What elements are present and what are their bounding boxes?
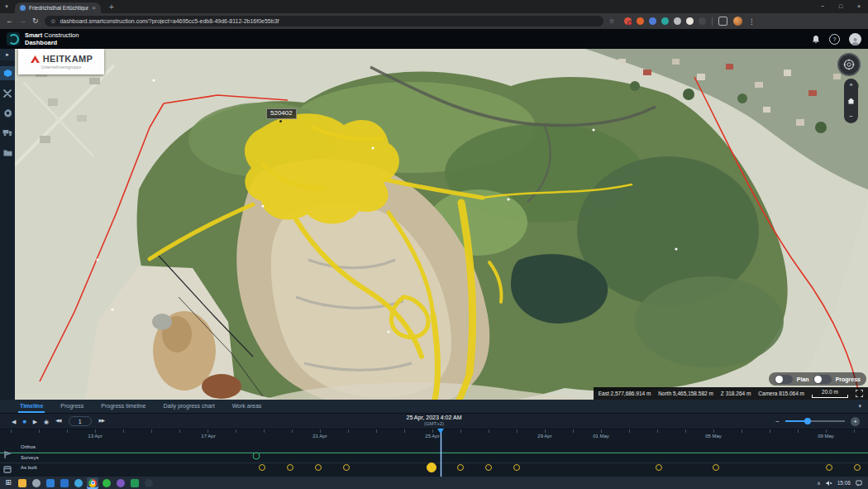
map-zoom-out-button[interactable]: −	[849, 113, 853, 120]
asbuilt-marker[interactable]	[713, 464, 719, 471]
record-button[interactable]: ◉	[44, 419, 49, 424]
asbuilt-marker[interactable]	[427, 463, 436, 472]
asbuilt-marker[interactable]	[485, 464, 492, 471]
stop-button[interactable]: ■	[22, 419, 26, 424]
tray-expand-icon[interactable]: ∧	[817, 480, 820, 486]
asbuilt-marker[interactable]	[259, 464, 265, 471]
notifications-bell-icon[interactable]	[812, 35, 820, 44]
timeline-tab[interactable]: Timeline	[18, 403, 45, 413]
start-button[interactable]: ⊞	[2, 477, 14, 489]
asbuilt-marker[interactable]	[315, 464, 322, 471]
close-button[interactable]: ×	[850, 0, 868, 12]
new-tab-button[interactable]: +	[109, 2, 114, 12]
frame-input[interactable]	[69, 416, 92, 426]
extension-icon-dark[interactable]	[699, 17, 706, 25]
timeline-tab[interactable]: Daily progress chart	[161, 403, 216, 413]
asbuilt-marker[interactable]	[826, 464, 832, 471]
timeline-tab[interactable]: Progress timeline	[99, 403, 147, 413]
timeline-zoom-slider[interactable]	[785, 420, 845, 422]
slider-thumb[interactable]	[804, 418, 811, 424]
app-icon-gray[interactable]	[31, 477, 42, 489]
maximize-button[interactable]: □	[832, 0, 850, 12]
timeline-tab[interactable]: Progress	[59, 403, 85, 413]
crossed-tools-icon	[3, 89, 12, 98]
app-title: Smart Construction Dashboard	[25, 31, 79, 46]
map-zoom-in-button[interactable]: +	[849, 82, 853, 89]
minimize-button[interactable]: −	[813, 0, 832, 12]
timeline-axis[interactable]: 13 Apr17 Apr21 Apr25 Apr29 Apr01 May05 M…	[0, 429, 868, 443]
rewind-button[interactable]: ◀◀	[55, 419, 60, 424]
tab-search-icon[interactable]: ▾	[0, 0, 13, 13]
survey-marker[interactable]	[252, 453, 260, 460]
asbuilt-marker[interactable]	[287, 464, 293, 471]
url-bar[interactable]: ⊙ dashboard.smartconstruction.com/?proje…	[45, 16, 603, 26]
play-button[interactable]: ▶	[33, 419, 37, 424]
tab-close-icon[interactable]: ×	[92, 4, 96, 12]
timeline-collapse-icon[interactable]: ▾	[858, 403, 861, 410]
fullscreen-icon[interactable]	[856, 390, 863, 397]
machine-id-label[interactable]: 520402	[266, 108, 297, 119]
asbuilt-layer-icon[interactable]	[3, 465, 12, 473]
volume-muted-icon[interactable]	[826, 480, 832, 487]
extension-icon-white[interactable]	[686, 17, 694, 25]
map-3d-view[interactable]	[15, 49, 868, 400]
sidebar-item-tools[interactable]	[0, 86, 15, 100]
asbuilt-marker[interactable]	[854, 464, 861, 471]
browser-profile-avatar[interactable]	[733, 17, 742, 26]
play-reverse-button[interactable]: ◀	[12, 419, 16, 424]
browser-menu-icon[interactable]: ⋮	[748, 17, 756, 26]
extension-icon-gray[interactable]	[674, 17, 681, 25]
sidebar-expand-button[interactable]: ▸	[0, 49, 15, 60]
timeline-zoom-in-button[interactable]: +	[851, 417, 860, 426]
forward-button[interactable]: →	[19, 17, 26, 25]
home-view-icon[interactable]	[847, 98, 855, 104]
notification-center-icon[interactable]	[856, 480, 862, 487]
surveys-layer-icon[interactable]	[3, 451, 12, 459]
fast-forward-button[interactable]: ▶▶	[99, 419, 104, 424]
extension-icon-teal[interactable]	[661, 17, 669, 25]
clock[interactable]: 15:06	[837, 480, 851, 486]
timeline-cursor[interactable]	[441, 429, 441, 477]
asbuilt-marker[interactable]	[343, 464, 350, 471]
z-coordinate: Z 318.264 m	[721, 391, 751, 396]
extension-icon-orange[interactable]	[637, 17, 644, 25]
user-avatar[interactable]	[849, 33, 861, 46]
plan-toggle[interactable]	[775, 375, 793, 384]
extension-icon-blue[interactable]	[649, 17, 656, 25]
back-button[interactable]: ←	[6, 17, 13, 25]
edge-icon[interactable]	[73, 477, 84, 489]
asbuilt-marker[interactable]	[656, 464, 662, 471]
smart-construction-logo-icon[interactable]	[7, 32, 20, 46]
row-asbuilt[interactable]: As built	[0, 463, 868, 477]
reload-button[interactable]: ↻	[32, 17, 39, 25]
sidebar-item-settings[interactable]	[0, 106, 15, 120]
sidebar-item-3d-view[interactable]	[0, 66, 15, 80]
map-viewport[interactable]: HEITKAMP Unternehmensgruppe 520402 + − P…	[15, 49, 868, 400]
browser-tab[interactable]: Friedrichsthal Ertüchtigung Be ×	[15, 2, 101, 13]
progress-toggle[interactable]	[813, 375, 832, 384]
sidebar-item-machines[interactable]	[0, 126, 15, 140]
timeline-zoom-out-button[interactable]: −	[775, 418, 780, 425]
file-explorer-icon[interactable]	[17, 477, 28, 489]
whatsapp-icon[interactable]	[101, 477, 112, 489]
side-panel-icon[interactable]	[718, 17, 727, 26]
timer-icon[interactable]	[143, 477, 155, 489]
sidebar-item-files[interactable]	[0, 146, 15, 160]
site-info-icon[interactable]: ⊙	[51, 18, 56, 25]
cube-icon	[3, 69, 12, 78]
timeline-tab[interactable]: Work areas	[231, 403, 264, 413]
asbuilt-marker[interactable]	[457, 464, 464, 471]
excel-icon[interactable]	[129, 477, 141, 489]
outlook-icon[interactable]	[59, 477, 70, 489]
row-surveys[interactable]: Surveys	[0, 453, 868, 463]
row-orthos[interactable]: Orthos	[0, 443, 868, 453]
help-icon[interactable]: ?	[829, 34, 840, 45]
timezone-label: (GMT+2)	[407, 421, 462, 427]
bookmark-icon[interactable]: ☆	[609, 17, 615, 25]
compass-control[interactable]	[837, 53, 861, 76]
asbuilt-marker[interactable]	[513, 464, 520, 471]
viber-icon[interactable]	[115, 477, 126, 489]
extension-icon-red[interactable]	[624, 17, 632, 25]
chrome-icon[interactable]	[87, 477, 98, 489]
code-app-icon[interactable]	[45, 477, 56, 489]
